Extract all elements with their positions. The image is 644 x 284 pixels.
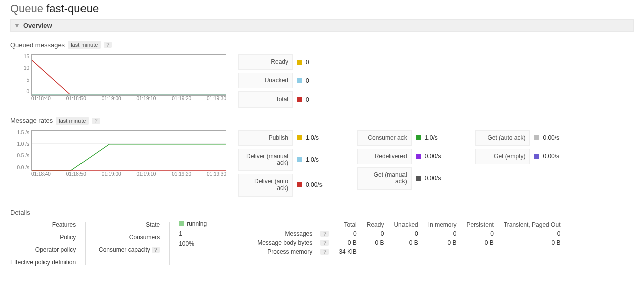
queued-messages-chart: 151050 01:18:4001:18:5001:19:0001:19:100…: [10, 54, 226, 102]
legend-unacked: Unacked 0: [238, 73, 309, 88]
consumers-label: Consumers: [129, 233, 160, 242]
range-selector-queued[interactable]: last minute: [68, 41, 101, 49]
legend-total: Total 0: [238, 91, 309, 107]
message-rates-heading: Message rates last minute ?: [10, 117, 634, 127]
legend-item: Consumer ack1.0/s: [357, 130, 441, 146]
capacity-label: Consumer capacity: [99, 246, 150, 253]
legend-item: Deliver (manual ack)1.0/s: [238, 149, 323, 171]
help-icon[interactable]: ?: [320, 249, 329, 255]
details-heading: Details: [10, 209, 634, 218]
state-label: State: [146, 220, 160, 230]
legend-item: Redelivered0.00/s: [357, 149, 441, 164]
state-value: running: [179, 220, 224, 227]
details-label: Features: [52, 220, 76, 230]
range-selector-rates[interactable]: last minute: [56, 117, 89, 125]
page-title: Queue fast-queue: [10, 2, 634, 15]
queued-messages-heading: Queued messages last minute ?: [10, 41, 634, 51]
legend-ready: Ready 0: [238, 54, 309, 70]
help-icon[interactable]: ?: [320, 240, 329, 246]
details-table: TotalReadyUnackedIn memoryPersistentTran…: [252, 220, 566, 256]
details-label: Policy: [60, 233, 76, 242]
details-label: Operator policy: [35, 245, 76, 255]
message-rates-chart: 1.5 /s1.0 /s0.5 /s0.0 /s 01:18:4001:18:5…: [10, 130, 226, 178]
queue-name: fast-queue: [46, 2, 99, 15]
legend-item: Get (auto ack)0.00/s: [475, 130, 559, 146]
legend-item: Get (empty)0.00/s: [475, 149, 559, 164]
chevron-down-icon: ▼: [14, 22, 20, 29]
help-icon[interactable]: ?: [320, 231, 329, 237]
help-icon[interactable]: ?: [152, 247, 160, 253]
consumers-value: 1: [179, 230, 224, 237]
legend-item: Deliver (auto ack)0.00/s: [238, 174, 323, 196]
legend-item: Get (manual ack)0.00/s: [357, 167, 441, 190]
legend-item: Publish1.0/s: [238, 130, 323, 146]
capacity-value: 100%: [179, 240, 224, 247]
help-icon[interactable]: ?: [104, 42, 112, 48]
details-label: Effective policy definition: [10, 258, 76, 267]
help-icon[interactable]: ?: [92, 118, 100, 124]
overview-label: Overview: [23, 22, 52, 29]
overview-section-header[interactable]: ▼ Overview: [10, 19, 634, 32]
